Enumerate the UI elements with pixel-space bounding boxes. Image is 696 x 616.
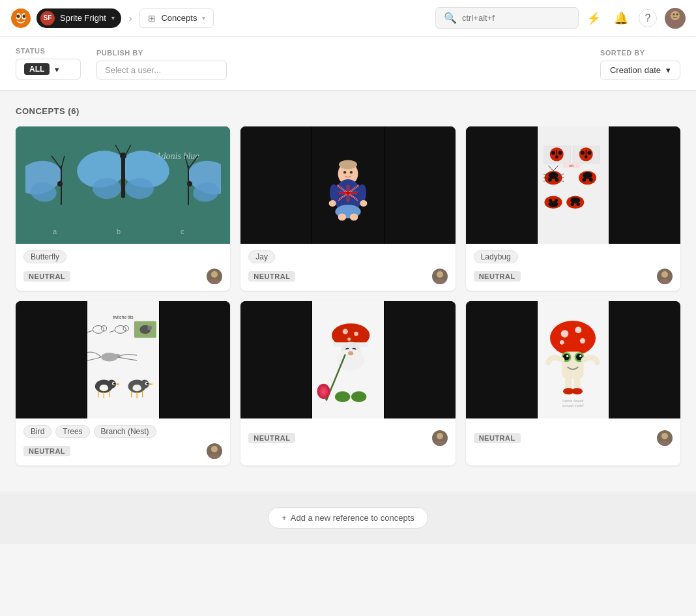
jay-main-image <box>312 126 383 244</box>
avatar-butterfly <box>207 269 222 284</box>
mushroom-left-black <box>466 301 537 418</box>
section-selector[interactable]: ⊞ Concepts ▾ <box>139 8 214 28</box>
svg-rect-23 <box>121 156 125 198</box>
svg-point-133 <box>348 351 353 356</box>
concept-card-jay[interactable]: Jay NEUTRAL <box>240 126 455 291</box>
svg-point-108 <box>147 326 152 330</box>
svg-point-113 <box>99 385 108 391</box>
svg-point-143 <box>434 441 446 446</box>
svg-point-16 <box>57 181 63 186</box>
svg-point-144 <box>550 321 596 355</box>
card-tags-ladybug: Ladybug <box>474 250 673 263</box>
status-filter-select[interactable]: ALL ▾ <box>16 59 81 80</box>
svg-point-75 <box>548 178 552 182</box>
lightning-icon-button[interactable]: ⚡ <box>584 8 603 28</box>
svg-point-86 <box>583 172 592 179</box>
svg-point-52 <box>329 200 336 207</box>
card-footer-gnome: NEUTRAL <box>240 418 455 452</box>
help-icon-button[interactable]: ? <box>639 9 657 27</box>
svg-point-56 <box>350 213 358 220</box>
svg-point-91 <box>555 199 558 202</box>
svg-point-104 <box>115 326 126 334</box>
card-meta-bird: NEUTRAL <box>23 443 222 459</box>
card-footer-mushroom: NEUTRAL <box>466 418 680 452</box>
publish-placeholder: Select a user... <box>105 65 161 75</box>
tag-bird: Bird <box>23 425 51 438</box>
butterfly-main-image: Adonis blue <box>16 126 230 244</box>
card-images-ladybug: refs <box>466 126 680 244</box>
svg-point-146 <box>575 327 582 333</box>
ladybug-center-image: refs <box>538 126 609 244</box>
filters-bar: STATUS ALL ▾ PUBLISH BY Select a user...… <box>0 37 696 91</box>
svg-point-57 <box>343 171 346 173</box>
section-chevron-icon: ▾ <box>202 14 205 22</box>
user-avatar[interactable] <box>665 8 686 29</box>
project-selector[interactable]: SF Sprite Fright ▾ <box>36 8 121 28</box>
card-meta-jay: NEUTRAL <box>248 269 447 284</box>
project-icon: SF <box>40 11 55 25</box>
mushroom-center-image: Sabine Amend concept model <box>538 301 609 418</box>
svg-point-59 <box>437 271 443 278</box>
svg-point-162 <box>661 433 668 439</box>
svg-point-142 <box>437 433 443 439</box>
svg-point-92 <box>549 199 552 202</box>
status-all-badge: ALL <box>24 63 50 75</box>
svg-point-30 <box>187 181 192 186</box>
add-icon: + <box>282 513 287 523</box>
svg-point-88 <box>589 178 593 182</box>
svg-line-77 <box>549 166 554 171</box>
svg-point-159 <box>572 388 583 394</box>
header-actions: ⚡ 🔔 ? <box>584 8 686 29</box>
card-tags-butterfly: Butterfly <box>23 250 222 263</box>
concept-card-gnome[interactable]: NEUTRAL <box>240 301 455 465</box>
concept-card-bird[interactable]: twitche tits <box>16 301 230 465</box>
card-images-mushroom: Sabine Amend concept model <box>466 301 680 418</box>
card-footer-jay: Jay NEUTRAL <box>240 244 455 291</box>
svg-point-90 <box>549 201 558 207</box>
search-icon: 🔍 <box>444 12 457 24</box>
concept-card-ladybug[interactable]: refs Ladybug NEUTRAL <box>466 126 680 291</box>
svg-point-9 <box>673 13 675 15</box>
svg-point-121 <box>211 446 218 452</box>
svg-point-60 <box>434 279 446 284</box>
svg-point-76 <box>555 178 559 182</box>
add-reference-button[interactable]: + Add a new reference to concepts <box>268 507 428 529</box>
status-chevron-icon: ▾ <box>55 65 59 74</box>
svg-point-102 <box>93 326 104 334</box>
svg-point-39 <box>339 160 357 169</box>
svg-point-126 <box>347 338 351 341</box>
sort-group: SORTED BY Creation date ▾ <box>600 49 680 80</box>
sort-select[interactable]: Creation date ▾ <box>600 61 680 80</box>
status-badge-jay: NEUTRAL <box>248 271 295 282</box>
concept-card-butterfly[interactable]: Adonis blue <box>16 126 230 291</box>
svg-point-70 <box>588 151 592 155</box>
svg-point-147 <box>580 338 585 344</box>
gnome-right-black <box>384 301 456 418</box>
status-filter-group: STATUS ALL ▾ <box>16 47 81 80</box>
card-meta-mushroom: NEUTRAL <box>474 430 673 446</box>
svg-text:c: c <box>181 227 184 235</box>
svg-text:a: a <box>53 227 57 235</box>
avatar-bird <box>207 443 222 459</box>
svg-point-37 <box>209 279 220 284</box>
svg-text:b: b <box>117 227 121 235</box>
card-meta-gnome: NEUTRAL <box>248 430 447 446</box>
svg-point-99 <box>661 271 668 278</box>
breadcrumb-arrow: › <box>126 13 135 23</box>
search-input[interactable] <box>462 13 560 23</box>
bell-icon-button[interactable]: 🔔 <box>611 8 631 28</box>
app-logo[interactable] <box>10 8 31 29</box>
concept-card-mushroom[interactable]: Sabine Amend concept model NEUTRAL <box>466 301 680 465</box>
jay-side-image-1 <box>240 126 312 244</box>
card-tags-jay: Jay <box>248 250 447 263</box>
avatar-jay <box>432 269 448 284</box>
publish-user-select[interactable]: Select a user... <box>96 61 227 80</box>
publish-filter-label: PUBLISH BY <box>96 49 227 57</box>
card-images-gnome <box>240 301 455 418</box>
card-images-jay <box>240 126 455 244</box>
svg-point-53 <box>360 200 367 207</box>
svg-point-55 <box>338 213 347 220</box>
card-meta-ladybug: NEUTRAL <box>474 269 673 284</box>
search-box[interactable]: 🔍 <box>435 7 579 29</box>
svg-point-145 <box>561 330 569 338</box>
